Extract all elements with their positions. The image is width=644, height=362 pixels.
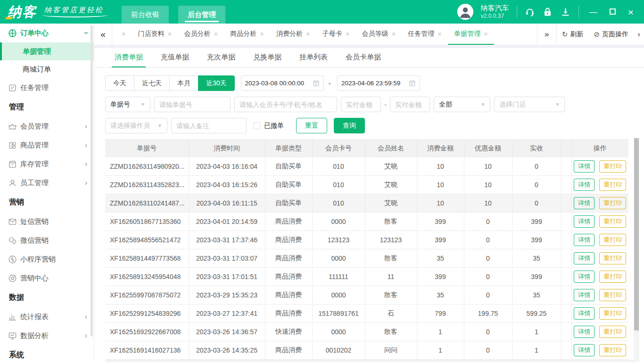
bill-field-select[interactable]: 单据号 ▼ <box>105 97 150 112</box>
table-cell: 10 <box>417 157 464 176</box>
sidebar-item[interactable]: 小程序营销 <box>0 250 94 269</box>
reprint-button[interactable]: 重打印 <box>599 179 626 191</box>
sidebar-subitem[interactable]: 单据管理 <box>0 42 94 60</box>
window-controls: — × <box>589 7 634 17</box>
detail-button[interactable]: 详情 <box>574 234 594 246</box>
amount-max-input[interactable] <box>390 97 430 112</box>
sidebar-item[interactable]: 商品管理› <box>0 136 94 155</box>
detail-button[interactable]: 详情 <box>574 344 594 356</box>
workspace-tab[interactable]: 门店资料× <box>132 24 178 45</box>
tab-close-icon[interactable]: × <box>484 30 488 38</box>
date-from-input[interactable]: 2023-03-08 00:00:00 <box>241 75 324 91</box>
sidebar-item[interactable]: 统计报表› <box>0 307 94 326</box>
workspace-tab[interactable]: × <box>112 24 132 45</box>
detail-button[interactable]: 详情 <box>574 271 594 283</box>
workspace-tab[interactable]: 会员等级× <box>356 24 402 45</box>
table-scrollbar[interactable]: ▼ <box>634 138 639 362</box>
bill-subtab[interactable]: 充值单据 <box>158 48 192 67</box>
reprint-button[interactable]: 重打印 <box>599 289 626 301</box>
type-select[interactable]: 全部 ▼ <box>434 97 490 112</box>
workspace-tab[interactable]: 任务管理× <box>402 24 448 45</box>
download-icon[interactable] <box>561 7 571 17</box>
tab-close-icon[interactable]: × <box>260 30 264 38</box>
reprint-button[interactable]: 重打印 <box>599 160 626 173</box>
reprint-button[interactable]: 重打印 <box>599 307 626 320</box>
tabs-scroll-left-button[interactable]: « <box>94 24 112 45</box>
bill-no-input[interactable] <box>154 97 231 112</box>
sidebar-scrollbar[interactable] <box>91 25 93 337</box>
detail-button[interactable]: 详情 <box>574 307 594 320</box>
reset-button[interactable]: 重置 <box>296 118 327 133</box>
backend-manage-button[interactable]: 后台管理 <box>178 6 225 24</box>
user-meta[interactable]: 纳客汽车 v2.0.0.37 <box>481 4 509 20</box>
member-search-input[interactable] <box>234 97 337 112</box>
revoked-checkbox[interactable]: 已撤单 <box>253 122 284 130</box>
quick-range-button[interactable]: 今天 <box>105 75 134 91</box>
quick-range-button[interactable]: 本月 <box>169 75 198 91</box>
search-button[interactable]: 查询 <box>334 118 365 133</box>
scrollbar-thumb[interactable] <box>634 138 639 330</box>
reprint-button[interactable]: 重打印 <box>599 215 626 228</box>
tab-close-icon[interactable]: × <box>346 30 350 38</box>
reprint-button[interactable]: 重打印 <box>599 234 626 246</box>
sidebar-item[interactable]: 营销中心 <box>0 269 94 288</box>
reprint-button[interactable]: 重打印 <box>599 197 626 209</box>
operator-select[interactable]: 请选择操作员 ▼ <box>105 118 167 133</box>
lock-icon[interactable] <box>543 7 553 17</box>
detail-button[interactable]: 详情 <box>574 252 594 264</box>
tab-close-icon[interactable]: × <box>168 30 172 38</box>
maximize-icon[interactable] <box>610 8 616 16</box>
page-actions-chevron-icon[interactable]: › <box>634 24 644 45</box>
sidebar-item[interactable]: 任务管理 <box>0 78 94 97</box>
sidebar-item[interactable]: 微信营销 <box>0 231 94 250</box>
front-cashier-button[interactable]: 前台收银 <box>122 6 169 24</box>
tab-close-icon[interactable]: × <box>214 30 218 38</box>
remark-input[interactable] <box>171 118 247 133</box>
workspace-tab[interactable]: 商品分析× <box>224 24 270 45</box>
reprint-button[interactable]: 重打印 <box>599 326 626 338</box>
bill-subtab[interactable]: 兑换单据 <box>250 48 284 67</box>
workspace-tab[interactable]: 单据管理× <box>448 24 494 45</box>
date-to-input[interactable]: 2023-04-06 23:59:59 <box>337 75 420 91</box>
tabs-scroll-right-button[interactable]: » <box>537 24 557 45</box>
quick-range-button[interactable]: 近30天 <box>198 75 235 91</box>
amount-min-input[interactable] <box>341 97 381 112</box>
bill-subtab[interactable]: 消费单据 <box>112 48 146 67</box>
detail-button[interactable]: 详情 <box>574 179 594 191</box>
detail-button[interactable]: 详情 <box>574 289 594 301</box>
detail-button[interactable]: 详情 <box>574 215 594 228</box>
bill-subtab[interactable]: 充次单据 <box>204 48 238 67</box>
workspace-tab[interactable]: 消费分析× <box>270 24 316 45</box>
tab-close-icon[interactable]: × <box>392 30 396 38</box>
avatar[interactable] <box>457 4 473 20</box>
sidebar-subitem[interactable]: 商城订单 <box>0 60 94 78</box>
bill-subtab[interactable]: 会员卡单据 <box>343 48 384 67</box>
sidebar-item[interactable]: 短信营销 <box>0 212 94 231</box>
close-icon[interactable]: × <box>628 7 634 17</box>
sidebar-item[interactable]: 员工管理› <box>0 173 94 192</box>
reprint-button[interactable]: 重打印 <box>599 271 626 283</box>
reprint-button[interactable]: 重打印 <box>599 344 626 356</box>
page-actions-button[interactable]: ⊘ 页面操作 <box>588 24 634 45</box>
detail-button[interactable]: 详情 <box>574 197 594 209</box>
workspace-tab[interactable]: 子母卡× <box>316 24 356 45</box>
sidebar-item[interactable]: 数据分析› <box>0 326 94 345</box>
store-select[interactable]: 选择门店 ▼ <box>494 97 565 112</box>
bill-subtab[interactable]: 挂单列表 <box>297 48 330 67</box>
brand: 纳客 纳客管店更轻松 <box>0 0 104 24</box>
sidebar-item[interactable]: 订单中心› <box>0 24 94 42</box>
sidebar-item[interactable]: 会员管理› <box>0 117 94 136</box>
workspace-tab[interactable]: 会员分析× <box>178 24 224 45</box>
sidebar-item[interactable]: 库存管理› <box>0 155 94 173</box>
table-cell: 399 <box>417 213 464 231</box>
minimize-icon[interactable]: — <box>589 8 597 16</box>
customer-service-icon[interactable] <box>525 7 535 17</box>
detail-button[interactable]: 详情 <box>574 160 594 173</box>
tab-close-icon[interactable]: × <box>438 30 442 38</box>
quick-range-button[interactable]: 近七天 <box>134 75 170 91</box>
tab-close-icon[interactable]: × <box>306 30 310 38</box>
detail-button[interactable]: 详情 <box>574 326 594 338</box>
refresh-button[interactable]: ↻ 刷新 <box>557 24 589 45</box>
tab-close-icon[interactable]: × <box>122 30 126 38</box>
reprint-button[interactable]: 重打印 <box>599 252 626 264</box>
